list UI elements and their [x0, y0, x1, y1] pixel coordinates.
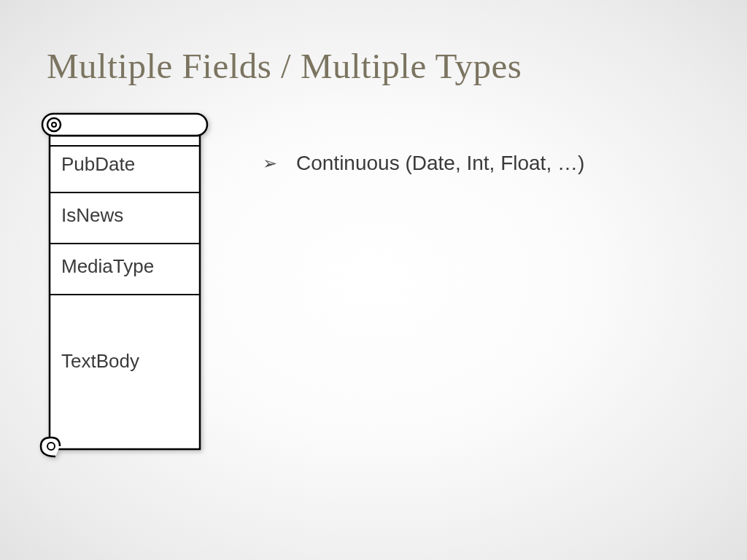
field-isnews: IsNews	[61, 204, 123, 227]
chevron-right-icon: ➢	[263, 155, 277, 172]
field-pubdate: PubDate	[61, 153, 135, 176]
svg-rect-5	[42, 114, 207, 136]
bullet-item: ➢ Continuous (Date, Int, Float, …)	[263, 152, 584, 175]
scroll-diagram: PubDate IsNews MediaType TextBody	[39, 109, 207, 461]
field-mediatype: MediaType	[61, 255, 154, 278]
svg-rect-0	[50, 136, 200, 449]
field-textbody: TextBody	[61, 350, 139, 373]
bullet-text: Continuous (Date, Int, Float, …)	[296, 152, 584, 175]
slide-title: Multiple Fields / Multiple Types	[47, 45, 522, 87]
svg-point-6	[47, 118, 61, 131]
